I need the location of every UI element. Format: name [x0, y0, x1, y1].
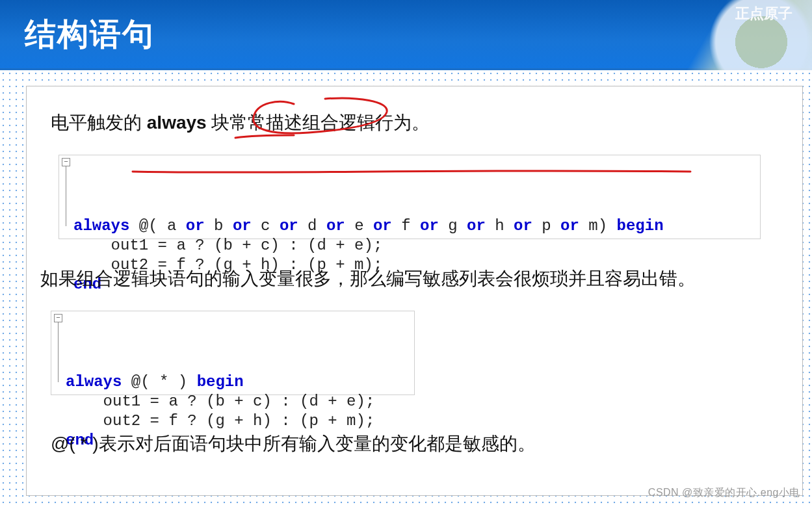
para1-pre: 电平触发的	[51, 112, 147, 133]
c1-l1-n: g	[439, 217, 467, 235]
paragraph-3: @( * )表示对后面语句块中所有输入变量的变化都是敏感的。	[51, 430, 536, 458]
para1-post: 块常常描述组合逻辑行为。	[207, 112, 430, 133]
fold-guide-line	[58, 322, 59, 382]
c1-l1-or7: or	[467, 217, 486, 235]
c1-l1-always: always	[73, 217, 129, 235]
c1-l1-or3: or	[280, 217, 298, 235]
code-block-2: − always @( * ) begin out1 = a ? (b + c)…	[51, 311, 415, 395]
c2-l2: out1 = a ? (b + c) : (d + e);	[66, 393, 374, 410]
paragraph-2: 如果组合逻辑块语句的输入变量很多，那么编写敏感列表会很烦琐并且容易出错。	[40, 265, 696, 292]
slide-banner: 结构语句 正点原子	[0, 0, 812, 70]
c1-l1-d: b	[205, 217, 233, 235]
c1-l1-t: m)	[579, 217, 617, 235]
code-block-1: − always @( a or b or c or d or e or f o…	[59, 155, 761, 239]
c1-l1-or4: or	[326, 217, 345, 235]
watermark-text: CSDN @致亲爱的开心.eng小电	[648, 486, 800, 500]
c1-l1-b: @( a	[129, 217, 185, 235]
paragraph-1: 电平触发的 always 块常常描述组合逻辑行为。	[51, 109, 430, 136]
c1-l1-or8: or	[514, 217, 532, 235]
c1-l1-r: p	[532, 217, 560, 235]
c1-l1-l: f	[392, 217, 420, 235]
c1-l1-or9: or	[560, 217, 579, 235]
fold-toggle-icon[interactable]: −	[62, 158, 70, 166]
brand-text: 正点原子	[735, 4, 792, 23]
c1-l1-or6: or	[420, 217, 439, 235]
c1-l1-p: h	[486, 217, 514, 235]
slide-body: 电平触发的 always 块常常描述组合逻辑行为。 − always @( a …	[0, 70, 812, 505]
c2-l1-begin: begin	[197, 373, 244, 391]
slide-title: 结构语句	[25, 14, 155, 55]
c2-l1-always: always	[66, 373, 122, 391]
c2-l3: out2 = f ? (g + h) : (p + m);	[66, 412, 374, 430]
c1-l1-or5: or	[373, 217, 392, 235]
c1-l1-h: d	[298, 217, 326, 235]
c2-l1-b: @( * )	[122, 373, 196, 391]
para1-bold: always	[147, 112, 207, 133]
c1-l1-or2: or	[233, 217, 252, 235]
c1-l1-j: e	[345, 217, 373, 235]
c1-l1-or1: or	[186, 217, 205, 235]
fold-guide-line	[66, 166, 66, 226]
fold-toggle-icon[interactable]: −	[54, 314, 62, 322]
c1-l1-begin: begin	[617, 217, 664, 235]
c1-l2: out1 = a ? (b + c) : (d + e);	[73, 237, 382, 254]
c1-l1-f: c	[252, 217, 280, 235]
